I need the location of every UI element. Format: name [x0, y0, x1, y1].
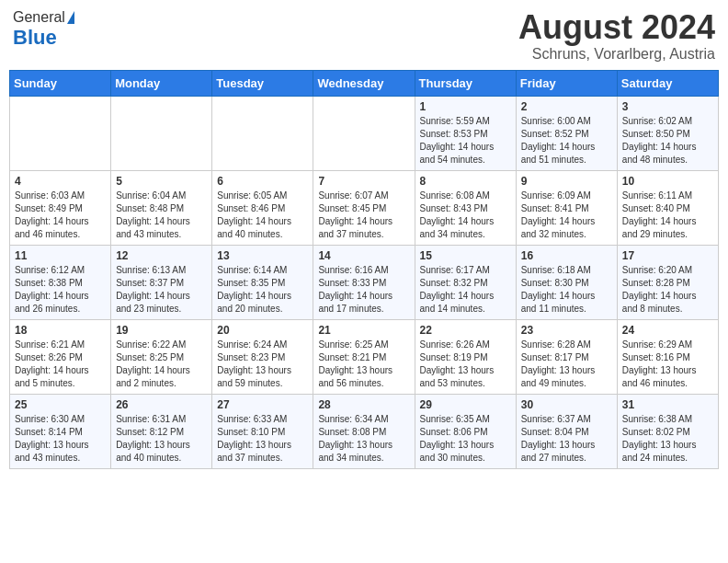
table-cell: 11Sunrise: 6:12 AM Sunset: 8:38 PM Dayli… — [10, 245, 111, 319]
day-number: 20 — [217, 324, 308, 337]
day-number: 16 — [521, 249, 612, 262]
table-cell: 1Sunrise: 5:59 AM Sunset: 8:53 PM Daylig… — [415, 96, 516, 170]
day-info: Sunrise: 6:24 AM Sunset: 8:23 PM Dayligh… — [217, 339, 308, 390]
title-section: August 2024 Schruns, Vorarlberg, Austria — [518, 9, 715, 63]
day-info: Sunrise: 6:07 AM Sunset: 8:45 PM Dayligh… — [318, 190, 409, 241]
location-subtitle: Schruns, Vorarlberg, Austria — [518, 46, 715, 63]
table-cell: 18Sunrise: 6:21 AM Sunset: 8:26 PM Dayli… — [10, 319, 111, 394]
day-info: Sunrise: 6:16 AM Sunset: 8:33 PM Dayligh… — [318, 264, 409, 316]
table-cell: 25Sunrise: 6:30 AM Sunset: 8:14 PM Dayli… — [10, 394, 111, 468]
day-info: Sunrise: 6:04 AM Sunset: 8:48 PM Dayligh… — [116, 190, 207, 241]
header-tuesday: Tuesday — [212, 70, 313, 96]
day-info: Sunrise: 6:34 AM Sunset: 8:08 PM Dayligh… — [318, 413, 409, 465]
day-number: 18 — [15, 324, 106, 337]
table-cell: 5Sunrise: 6:04 AM Sunset: 8:48 PM Daylig… — [111, 170, 212, 245]
day-info: Sunrise: 6:18 AM Sunset: 8:30 PM Dayligh… — [521, 264, 612, 316]
day-number: 6 — [217, 175, 308, 188]
day-info: Sunrise: 6:11 AM Sunset: 8:40 PM Dayligh… — [622, 190, 713, 241]
logo-blue-text: Blue — [13, 26, 57, 50]
table-cell: 23Sunrise: 6:28 AM Sunset: 8:17 PM Dayli… — [516, 319, 617, 394]
table-cell: 4Sunrise: 6:03 AM Sunset: 8:49 PM Daylig… — [10, 170, 111, 245]
week-row-2: 4Sunrise: 6:03 AM Sunset: 8:49 PM Daylig… — [10, 170, 719, 245]
table-cell: 26Sunrise: 6:31 AM Sunset: 8:12 PM Dayli… — [111, 394, 212, 468]
day-number: 9 — [521, 175, 612, 188]
table-cell: 16Sunrise: 6:18 AM Sunset: 8:30 PM Dayli… — [516, 245, 617, 319]
logo-triangle-icon — [67, 11, 74, 24]
day-number: 7 — [318, 175, 409, 188]
day-info: Sunrise: 6:30 AM Sunset: 8:14 PM Dayligh… — [15, 413, 106, 465]
calendar-table: SundayMondayTuesdayWednesdayThursdayFrid… — [9, 70, 719, 469]
day-info: Sunrise: 6:17 AM Sunset: 8:32 PM Dayligh… — [420, 264, 511, 316]
logo: General Blue — [13, 9, 74, 50]
day-number: 12 — [116, 249, 207, 262]
day-info: Sunrise: 6:26 AM Sunset: 8:19 PM Dayligh… — [420, 339, 511, 390]
day-info: Sunrise: 6:38 AM Sunset: 8:02 PM Dayligh… — [622, 413, 713, 465]
table-cell: 14Sunrise: 6:16 AM Sunset: 8:33 PM Dayli… — [313, 245, 415, 319]
calendar-header-row: SundayMondayTuesdayWednesdayThursdayFrid… — [10, 70, 719, 96]
day-number: 13 — [217, 249, 308, 262]
day-number: 27 — [217, 398, 308, 411]
day-number: 25 — [15, 398, 106, 411]
week-row-4: 18Sunrise: 6:21 AM Sunset: 8:26 PM Dayli… — [10, 319, 719, 394]
table-cell: 24Sunrise: 6:29 AM Sunset: 8:16 PM Dayli… — [617, 319, 718, 394]
header-wednesday: Wednesday — [313, 70, 415, 96]
day-info: Sunrise: 6:05 AM Sunset: 8:46 PM Dayligh… — [217, 190, 308, 241]
day-info: Sunrise: 6:35 AM Sunset: 8:06 PM Dayligh… — [420, 413, 511, 465]
table-cell — [212, 96, 313, 170]
table-cell: 7Sunrise: 6:07 AM Sunset: 8:45 PM Daylig… — [313, 170, 415, 245]
logo-general-text: General — [13, 9, 65, 26]
table-cell: 8Sunrise: 6:08 AM Sunset: 8:43 PM Daylig… — [415, 170, 516, 245]
day-number: 8 — [420, 175, 511, 188]
table-cell: 13Sunrise: 6:14 AM Sunset: 8:35 PM Dayli… — [212, 245, 313, 319]
day-info: Sunrise: 6:20 AM Sunset: 8:28 PM Dayligh… — [622, 264, 713, 316]
table-cell: 30Sunrise: 6:37 AM Sunset: 8:04 PM Dayli… — [516, 394, 617, 468]
table-cell: 28Sunrise: 6:34 AM Sunset: 8:08 PM Dayli… — [313, 394, 415, 468]
week-row-3: 11Sunrise: 6:12 AM Sunset: 8:38 PM Dayli… — [10, 245, 719, 319]
day-number: 29 — [420, 398, 511, 411]
table-cell — [111, 96, 212, 170]
day-info: Sunrise: 6:13 AM Sunset: 8:37 PM Dayligh… — [116, 264, 207, 316]
table-cell: 3Sunrise: 6:02 AM Sunset: 8:50 PM Daylig… — [617, 96, 718, 170]
table-cell: 19Sunrise: 6:22 AM Sunset: 8:25 PM Dayli… — [111, 319, 212, 394]
day-number: 31 — [622, 398, 713, 411]
day-info: Sunrise: 6:31 AM Sunset: 8:12 PM Dayligh… — [116, 413, 207, 465]
day-info: Sunrise: 6:08 AM Sunset: 8:43 PM Dayligh… — [420, 190, 511, 241]
day-number: 26 — [116, 398, 207, 411]
header-saturday: Saturday — [617, 70, 718, 96]
table-cell — [10, 96, 111, 170]
day-number: 10 — [622, 175, 713, 188]
day-number: 24 — [622, 324, 713, 337]
day-number: 28 — [318, 398, 409, 411]
day-number: 30 — [521, 398, 612, 411]
table-cell: 20Sunrise: 6:24 AM Sunset: 8:23 PM Dayli… — [212, 319, 313, 394]
day-info: Sunrise: 6:21 AM Sunset: 8:26 PM Dayligh… — [15, 339, 106, 390]
page-header: General Blue August 2024 Schruns, Vorarl… — [9, 9, 719, 63]
day-info: Sunrise: 6:14 AM Sunset: 8:35 PM Dayligh… — [217, 264, 308, 316]
day-number: 1 — [420, 100, 511, 113]
day-number: 4 — [15, 175, 106, 188]
day-info: Sunrise: 6:12 AM Sunset: 8:38 PM Dayligh… — [15, 264, 106, 316]
table-cell: 6Sunrise: 6:05 AM Sunset: 8:46 PM Daylig… — [212, 170, 313, 245]
table-cell: 17Sunrise: 6:20 AM Sunset: 8:28 PM Dayli… — [617, 245, 718, 319]
day-info: Sunrise: 6:25 AM Sunset: 8:21 PM Dayligh… — [318, 339, 409, 390]
day-number: 5 — [116, 175, 207, 188]
day-number: 23 — [521, 324, 612, 337]
day-info: Sunrise: 6:28 AM Sunset: 8:17 PM Dayligh… — [521, 339, 612, 390]
table-cell: 12Sunrise: 6:13 AM Sunset: 8:37 PM Dayli… — [111, 245, 212, 319]
day-info: Sunrise: 6:37 AM Sunset: 8:04 PM Dayligh… — [521, 413, 612, 465]
table-cell — [313, 96, 415, 170]
week-row-1: 1Sunrise: 5:59 AM Sunset: 8:53 PM Daylig… — [10, 96, 719, 170]
day-number: 19 — [116, 324, 207, 337]
day-number: 22 — [420, 324, 511, 337]
table-cell: 29Sunrise: 6:35 AM Sunset: 8:06 PM Dayli… — [415, 394, 516, 468]
table-cell: 21Sunrise: 6:25 AM Sunset: 8:21 PM Dayli… — [313, 319, 415, 394]
table-cell: 10Sunrise: 6:11 AM Sunset: 8:40 PM Dayli… — [617, 170, 718, 245]
day-info: Sunrise: 6:22 AM Sunset: 8:25 PM Dayligh… — [116, 339, 207, 390]
header-friday: Friday — [516, 70, 617, 96]
day-info: Sunrise: 6:03 AM Sunset: 8:49 PM Dayligh… — [15, 190, 106, 241]
header-monday: Monday — [111, 70, 212, 96]
table-cell: 2Sunrise: 6:00 AM Sunset: 8:52 PM Daylig… — [516, 96, 617, 170]
day-number: 2 — [521, 100, 612, 113]
table-cell: 22Sunrise: 6:26 AM Sunset: 8:19 PM Dayli… — [415, 319, 516, 394]
day-info: Sunrise: 6:29 AM Sunset: 8:16 PM Dayligh… — [622, 339, 713, 390]
